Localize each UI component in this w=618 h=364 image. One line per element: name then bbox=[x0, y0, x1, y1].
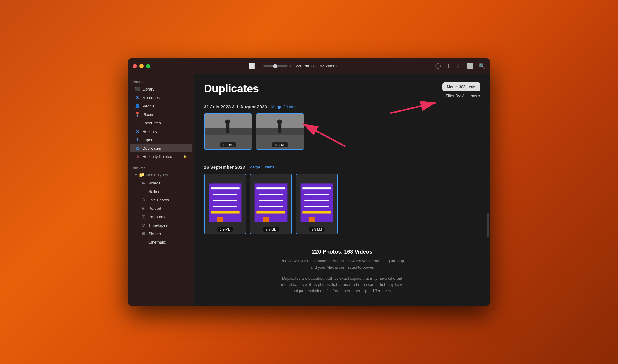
slideshow-icon[interactable]: ⬜ bbox=[248, 63, 255, 69]
summary-title: 220 Photos, 163 Videos bbox=[204, 249, 480, 255]
filter-chevron-icon: ▾ bbox=[478, 94, 480, 98]
app-window: ⬜ − + 220 Photos, 163 Videos ⓘ ⬆ ♡ ⬜ 🔍 P… bbox=[128, 58, 490, 306]
group-header-1: 31 July 2023 & 1 August 2023 Merge 2 Ite… bbox=[204, 104, 480, 109]
photo-grid-1: 156 KB 156 KB bbox=[204, 113, 480, 150]
minimize-button[interactable] bbox=[139, 64, 144, 68]
sidebar-item-label: Time-lapse bbox=[148, 223, 168, 228]
main-content: Duplicates Merge 383 Items Filter By: Al… bbox=[194, 74, 490, 306]
content-area: Photos ⬛ Library ⊙ Memories 👤 People 📍 P… bbox=[128, 74, 490, 306]
zoom-minus[interactable]: − bbox=[259, 63, 261, 69]
sidebar-item-cinematic[interactable]: ◻ Cinematic bbox=[130, 238, 192, 246]
photo-thumb-5[interactable]: 2,9 MB bbox=[296, 174, 338, 234]
sidebar-item-panoramas[interactable]: ⊡ Panoramas bbox=[130, 212, 192, 221]
group-header-2: 16 September 2023 Merge 3 Items bbox=[204, 164, 480, 170]
maximize-button[interactable] bbox=[146, 64, 150, 68]
sidebar-item-label: Slo-mo bbox=[148, 231, 161, 236]
sidebar-item-recently-deleted[interactable]: 🗑 Recently Deleted 🔒 bbox=[130, 152, 192, 161]
group-date-1: 31 July 2023 & 1 August 2023 bbox=[204, 104, 267, 109]
media-types-row[interactable]: ▼ 📁 Media Types bbox=[130, 171, 192, 179]
divider-1 bbox=[204, 158, 480, 158]
cinematic-icon: ◻ bbox=[141, 239, 146, 245]
header-actions: Merge 383 Items Filter By: All Items ▾ bbox=[442, 82, 480, 98]
sidebar-item-label: Panoramas bbox=[148, 215, 168, 219]
sidebar-item-label: Videos bbox=[148, 181, 161, 185]
zoom-plus[interactable]: + bbox=[289, 63, 292, 69]
media-types-label: Media Types bbox=[146, 173, 168, 177]
sidebar-item-portrait[interactable]: ◈ Portrait bbox=[130, 204, 192, 212]
sidebar: Photos ⬛ Library ⊙ Memories 👤 People 📍 P… bbox=[128, 74, 194, 306]
sidebar-item-favourites[interactable]: ♡ Favourites bbox=[130, 119, 192, 127]
sidebar-item-videos[interactable]: ▶ Videos bbox=[130, 179, 192, 187]
sidebar-item-memories[interactable]: ⊙ Memories bbox=[130, 93, 192, 102]
window-title: 220 Photos, 163 Videos bbox=[296, 64, 337, 68]
portrait-icon: ◈ bbox=[141, 206, 146, 211]
close-button[interactable] bbox=[133, 64, 137, 68]
sidebar-item-imports[interactable]: ⬆ Imports bbox=[130, 136, 192, 144]
time-lapse-icon: ⊙ bbox=[141, 222, 146, 228]
sidebar-item-label: Recently Deleted bbox=[142, 154, 172, 159]
lock-icon: 🔒 bbox=[183, 155, 187, 158]
group-date-2: 16 September 2023 bbox=[204, 164, 245, 170]
sidebar-item-slo-mo[interactable]: ✳ Slo-mo bbox=[130, 229, 192, 238]
photo-thumb-2[interactable]: 156 KB bbox=[256, 113, 304, 150]
filter-label: Filter By: All Items bbox=[446, 94, 477, 98]
selfies-icon: ◻ bbox=[141, 189, 146, 194]
recents-icon: ⊙ bbox=[135, 129, 140, 134]
photo-thumb-3[interactable]: 2,9 MB bbox=[204, 174, 246, 234]
sidebar-item-label: Places bbox=[142, 112, 154, 117]
people-icon: 👤 bbox=[135, 103, 140, 109]
zoom-control[interactable]: − + bbox=[259, 63, 292, 69]
sidebar-item-time-lapse[interactable]: ⊙ Time-lapse bbox=[130, 221, 192, 229]
sidebar-item-library[interactable]: ⬛ Library bbox=[130, 85, 192, 93]
sidebar-item-recents[interactable]: ⊙ Recents bbox=[130, 127, 192, 136]
sidebar-item-label: Duplicates bbox=[142, 146, 161, 151]
summary-desc-1: Photos will finish scanning for duplicat… bbox=[279, 258, 406, 271]
photo-size-4: 2,9 MB bbox=[263, 227, 279, 232]
search-icon[interactable]: 🔍 bbox=[479, 63, 485, 69]
merge-all-button[interactable]: Merge 383 Items bbox=[442, 82, 480, 91]
slo-mo-icon: ✳ bbox=[141, 231, 146, 236]
trash-icon: 🗑 bbox=[135, 154, 140, 159]
sidebar-item-label: Memories bbox=[142, 95, 160, 100]
merge-2-items-button[interactable]: Merge 2 Items bbox=[271, 104, 296, 109]
albums-section-label: Albums bbox=[128, 164, 194, 171]
group-section-2: 16 September 2023 Merge 3 Items 2,9 MB 2… bbox=[204, 164, 480, 234]
duplicates-icon: ⧉ bbox=[135, 145, 140, 151]
photo-size-5: 2,9 MB bbox=[309, 227, 325, 232]
scrollbar[interactable] bbox=[487, 213, 489, 237]
photo-grid-2: 2,9 MB 2,9 MB 2,9 MB bbox=[204, 174, 480, 234]
merge-3-items-button[interactable]: Merge 3 Items bbox=[249, 165, 274, 169]
sidebar-item-label: Cinematic bbox=[148, 240, 166, 244]
zoom-slider[interactable] bbox=[263, 65, 288, 67]
sidebar-item-places[interactable]: 📍 Places bbox=[130, 110, 192, 119]
sidebar-item-label: Live Photos bbox=[148, 198, 169, 202]
sidebar-item-people[interactable]: 👤 People bbox=[130, 102, 192, 110]
summary-section: 220 Photos, 163 Videos Photos will finis… bbox=[204, 243, 480, 302]
group-section-1: 31 July 2023 & 1 August 2023 Merge 2 Ite… bbox=[204, 104, 480, 150]
media-types-folder-icon: 📁 bbox=[139, 172, 145, 177]
fullscreen-icon[interactable]: ⬜ bbox=[467, 63, 473, 69]
sidebar-item-selfies[interactable]: ◻ Selfies bbox=[130, 187, 192, 196]
photo-thumb-1[interactable]: 156 KB bbox=[204, 113, 252, 150]
sidebar-item-label: People bbox=[142, 104, 154, 108]
sidebar-item-label: Imports bbox=[142, 138, 155, 142]
library-icon: ⬛ bbox=[135, 86, 140, 92]
heart-icon[interactable]: ♡ bbox=[456, 63, 461, 69]
panoramas-icon: ⊡ bbox=[141, 214, 146, 219]
sidebar-item-live-photos[interactable]: ⊙ Live Photos bbox=[130, 196, 192, 204]
filter-by-dropdown[interactable]: Filter By: All Items ▾ bbox=[446, 94, 480, 98]
share-icon[interactable]: ⬆ bbox=[446, 63, 451, 69]
photo-size-1: 156 KB bbox=[220, 142, 236, 147]
page-title: Duplicates bbox=[204, 82, 259, 95]
places-icon: 📍 bbox=[135, 112, 140, 117]
page-header: Duplicates Merge 383 Items Filter By: Al… bbox=[204, 82, 480, 98]
info-icon[interactable]: ⓘ bbox=[435, 62, 441, 70]
titlebar: ⬜ − + 220 Photos, 163 Videos ⓘ ⬆ ♡ ⬜ 🔍 bbox=[128, 58, 490, 74]
sidebar-item-label: Favourites bbox=[142, 121, 161, 125]
sidebar-item-label: Library bbox=[142, 87, 154, 91]
photo-thumb-4[interactable]: 2,9 MB bbox=[250, 174, 292, 234]
photo-size-2: 156 KB bbox=[272, 142, 288, 147]
photo-size-3: 2,9 MB bbox=[218, 227, 233, 232]
summary-desc-2: Duplicates are classified both as exact … bbox=[279, 276, 406, 294]
sidebar-item-duplicates[interactable]: ⧉ Duplicates bbox=[130, 144, 192, 152]
